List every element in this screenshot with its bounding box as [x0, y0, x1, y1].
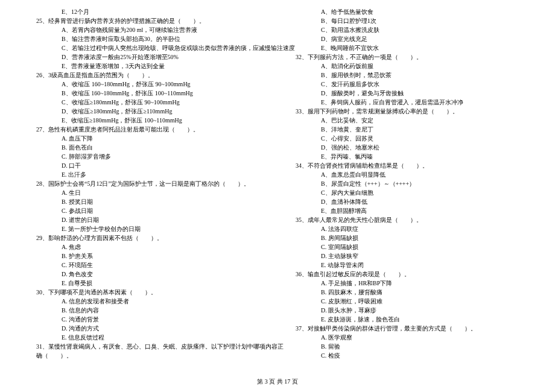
question-line: 33、服用下列药物时，需常规测量脉搏或心率的是（ ）。 — [296, 107, 531, 116]
answer-option: C. 沟通的背景 — [36, 315, 271, 324]
question-line: 25、经鼻胃管进行肠内营养支持的护理措施正确的是（ ）。 — [36, 16, 271, 25]
answer-option: E. 信息反馈过程 — [36, 333, 271, 342]
answer-option: D. 逝世的日期 — [36, 215, 271, 224]
answer-option: C. 皮肤潮红，呼吸困难 — [296, 297, 531, 306]
answer-option: A. 焦虑 — [36, 242, 271, 251]
answer-option: E、12个月 — [36, 7, 271, 16]
answer-option: A. 手足抽搐，HR和BP下降 — [296, 279, 531, 288]
answer-option: D、强的松、地塞米松 — [296, 143, 531, 152]
answer-option: A. 生日 — [36, 188, 271, 197]
answer-option: E. 动脉导管未闭 — [296, 261, 531, 270]
answer-option: C、发汗药服后多饮水 — [296, 80, 531, 89]
answer-option: B. 留验 — [296, 342, 531, 351]
answer-option: E. 第一所护士学校创办的日期 — [36, 224, 271, 233]
answer-option: E. 出汗多 — [36, 170, 271, 179]
answer-option: B、收缩压 160~180mmHg，舒张压 100~110mmHg — [36, 89, 271, 98]
answer-option: A、巴比妥钠、安定 — [296, 116, 531, 125]
answer-option: A. 信息的发现者和接受者 — [36, 297, 271, 306]
answer-option: C. 参战日期 — [36, 206, 271, 215]
answer-option: E、晚间睡前不宜饮水 — [296, 43, 531, 52]
answer-option: B、服用铁剂时，禁忌饮茶 — [296, 71, 531, 80]
question-line: 37、对接触甲类传染病的群体进行管理，最主要的方式是（ ）。 — [296, 324, 531, 333]
answer-option: A、收缩压 160~180mmHg，舒张压 90~100mmHg — [36, 80, 271, 89]
answer-option: B. 面色苍白 — [36, 143, 271, 152]
answer-option: E. 皮肤游斑，脉速，脸色苍白 — [296, 315, 531, 324]
answer-option: B. 四肢麻木，腰背酸痛 — [296, 288, 531, 297]
answer-option: C. 肺部湿罗音增多 — [36, 152, 271, 161]
question-line: 35、成年人最常见的先天性心脏病是（ ）。 — [296, 215, 531, 224]
answer-option: D、服酸类时，避免与牙齿接触 — [296, 89, 531, 98]
answer-option: E. 自尊受损 — [36, 279, 271, 288]
answer-option: E、鼻饲病人服药，应自胃管灌入，灌后需温开水冲净 — [296, 98, 531, 107]
answer-option: E、血胆固醇增高 — [296, 206, 531, 215]
answer-option: A. 血压下降 — [36, 134, 271, 143]
question-line: 32、下列服药方法，不正确的一项是（ ）。 — [296, 52, 531, 62]
answer-option: C、勤用温水擦洗皮肤 — [296, 25, 531, 34]
left-column: E、12个月25、经鼻胃管进行肠内营养支持的护理措施正确的是（ ）。A、若胃内容… — [36, 7, 284, 374]
answer-option: B、输注营养液时应取头部抬高30。的半卧位 — [36, 34, 271, 43]
question-line: 34、不符合肾炎性肾病辅助检查结果是（ ）。 — [296, 161, 531, 170]
answer-option: D. 口干 — [36, 161, 271, 170]
answer-option: D. 眼头水肿，荨麻疹 — [296, 306, 531, 315]
answer-option: A. 法洛四联症 — [296, 224, 531, 233]
answer-option: E、收缩压≥180mmHg，舒张压 100~110mmHg — [36, 116, 271, 125]
answer-option: E、营养液量逐渐增加，3天内达到全量 — [36, 62, 271, 71]
answer-option: A、给予低热量饮食 — [296, 7, 531, 16]
answer-option: D. 主动脉狭窄 — [296, 251, 531, 261]
answer-option: C、尿内大量白细胞 — [296, 188, 531, 197]
answer-option: A、助消化药饭前服 — [296, 62, 531, 71]
question-line: 36、输血引起过敏反应的表现是（ ）。 — [296, 270, 531, 279]
answer-option: B. 护患关系 — [36, 251, 271, 261]
answer-option: E、异丙嗪、氯丙嗪 — [296, 152, 531, 161]
answer-option: B. 授奖日期 — [36, 197, 271, 206]
answer-option: C、心得安、回苏灵 — [296, 134, 531, 143]
exam-page: E、12个月25、经鼻胃管进行肠内营养支持的护理措施正确的是（ ）。A、若胃内容… — [0, 0, 555, 374]
answer-option: D. 沟通的方式 — [36, 324, 271, 333]
answer-option: C、收缩压≥180mmHg，舒张压 90~100mmHg — [36, 98, 271, 107]
answer-option: C. 室间隔缺损 — [296, 242, 531, 251]
answer-option: D. 角色改变 — [36, 270, 271, 279]
question-line: 26、3级高血压是指血压的范围为（ ）。 — [36, 71, 271, 80]
question-line: 29、影响舒适的心理方面因素不包括（ ）。 — [36, 233, 271, 242]
answer-option: C. 检疫 — [296, 351, 531, 360]
answer-option: D、病室光线充足 — [296, 34, 531, 43]
answer-option: D、营养液浓度一般由25%开始逐渐增至50% — [36, 52, 271, 62]
question-line: 31、某慢性肾衰竭病人，有厌食、恶心、口臭、失眠、皮肤瘙痒。以下护理计划中哪项内… — [36, 342, 271, 351]
answer-option: D、血清补体降低 — [296, 197, 531, 206]
answer-option: B. 房间隔缺损 — [296, 233, 531, 242]
answer-option: C. 环境陌生 — [36, 261, 271, 270]
question-line: 确（ ）。 — [36, 351, 271, 360]
answer-option: A. 医学观察 — [296, 333, 531, 342]
answer-option: A、血浆总蛋白明显降低 — [296, 170, 531, 179]
answer-option: A、若胃内容物残留量为200 ml，可继续输注营养液 — [36, 25, 271, 34]
page-footer: 第 3 页 共 17 页 — [0, 378, 555, 386]
answer-option: B、每日口腔护理1次 — [296, 16, 531, 25]
answer-option: B、洋地黄、奎尼丁 — [296, 125, 531, 134]
question-line: 30、下列哪项不是沟通的基本因素（ ）。 — [36, 288, 271, 297]
answer-option: D、收缩压≥180mmHg，舒张压≥110mmHg — [36, 107, 271, 116]
answer-option: B、尿蛋白定性（+++）～（++++） — [296, 179, 531, 188]
answer-option: C、若输注过程中病人突然出现呛咳、呼吸急促或咳出类似营养液的痰，应减慢输注速度 — [36, 43, 271, 52]
answer-option: B. 信息的内容 — [36, 306, 271, 315]
right-column: A、给予低热量饮食B、每日口腔护理1次C、勤用温水擦洗皮肤D、病室光线充足E、晚… — [284, 7, 531, 374]
question-line: 28、国际护士会将“5月12日”定为国际护士节，这一日期是南丁格尔的（ ）。 — [36, 179, 271, 188]
question-line: 27、急性有机磷重度患者阿托品注射后最可能出现（ ）。 — [36, 125, 271, 134]
